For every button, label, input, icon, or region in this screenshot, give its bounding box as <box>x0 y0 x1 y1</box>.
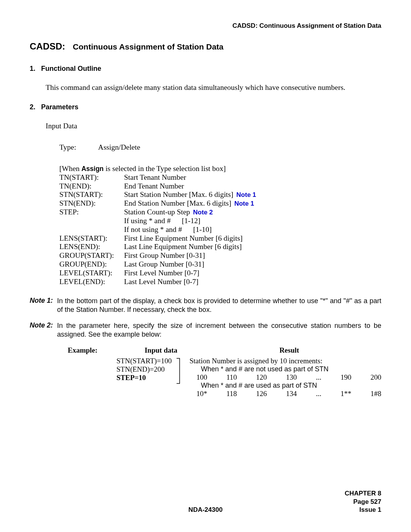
type-label: Type: <box>59 143 97 152</box>
main-title: CADSD: Continuous Assignment of Station … <box>30 41 381 52</box>
note-2-label: Note 2: <box>30 321 57 339</box>
footer-right: CHAPTER 8 Page 527 Issue 1 <box>345 489 381 514</box>
note-1-text: In the bottom part of the display, a che… <box>57 297 381 314</box>
param-desc: Last Line Equipment Number [6 digits] <box>124 243 381 251</box>
section-2-title: Parameters <box>41 103 78 111</box>
step-sub-2: If not using * and # [1-10] <box>124 225 381 234</box>
param-name: LENS(END): <box>59 243 124 251</box>
param-desc: First Level Number [0-7] <box>124 269 381 278</box>
param-row: STN(END): End Station Number [Max. 6 dig… <box>59 199 381 208</box>
param-desc-text: Start Station Number [Max. 6 digits] <box>124 190 233 198</box>
type-row: Type: Assign/Delete <box>59 143 381 152</box>
param-desc: Last Level Number [0-7] <box>124 278 381 286</box>
example-block: Example: Input data Result STN(START)=10… <box>68 346 381 398</box>
param-desc: End Station Number [Max. 6 digits]Note 1 <box>124 199 381 208</box>
example-result-seq2: 10* 118 126 134 ... 1** 1#8 <box>196 390 381 398</box>
assign-suffix: is selected in the Type selection list b… <box>104 165 226 173</box>
note-1: Note 1: In the bottom part of the displa… <box>30 297 381 314</box>
section-1-body: This command can assign/delete many stat… <box>46 83 381 92</box>
example-result-seq1: 100 110 120 130 ... 190 200 <box>196 373 381 382</box>
param-name: GROUP(END): <box>59 260 124 269</box>
title-desc: Continuous Assignment of Station Data <box>73 42 223 51</box>
example-input-1: STN(START)=100 <box>116 357 181 365</box>
param-name: STN(START): <box>59 190 124 199</box>
param-row: LENS(START): First Line Equipment Number… <box>59 234 381 243</box>
example-result-title: Station Number is assigned by 10 increme… <box>190 357 381 365</box>
note-2: Note 2: In the parameter here, specify t… <box>30 321 381 339</box>
param-desc: Station Count-up StepNote 2 <box>124 208 381 217</box>
param-row: STN(START): Start Station Number [Max. 6… <box>59 190 381 199</box>
bracket-icon <box>176 358 181 384</box>
example-columns: STN(START)=100 STN(END)=200 STEP=10 Stat… <box>68 357 381 398</box>
running-header: CADSD: Continuous Assignment of Station … <box>30 22 381 30</box>
param-desc: Last Group Number [0-31] <box>124 260 381 269</box>
param-desc: End Tenant Number <box>124 182 381 191</box>
title-code: CADSD: <box>30 41 65 51</box>
assign-condition-line: [When Assign is selected in the Type sel… <box>59 165 381 173</box>
example-result-case2: When * and # are used as part of STN <box>201 382 381 390</box>
param-name: LENS(START): <box>59 234 124 243</box>
param-name: STEP: <box>59 208 124 217</box>
section-1-heading: 1. Functional Outline <box>30 65 381 73</box>
param-desc: First Line Equipment Number [6 digits] <box>124 234 381 243</box>
example-result-col: Station Number is assigned by 10 increme… <box>190 357 381 398</box>
param-desc: Start Tenant Number <box>124 173 381 182</box>
param-row: LENS(END): Last Line Equipment Number [6… <box>59 243 381 251</box>
section-1-num: 1. <box>30 65 35 72</box>
param-row: TN(END): End Tenant Number <box>59 182 381 191</box>
param-row: STEP: Station Count-up StepNote 2 <box>59 208 381 217</box>
note-2-text: In the parameter here, specify the size … <box>57 321 381 339</box>
param-name: TN(START): <box>59 173 124 182</box>
footer-chapter: CHAPTER 8 <box>345 489 381 497</box>
param-name: GROUP(START): <box>59 251 124 260</box>
param-name: LEVEL(START): <box>59 269 124 278</box>
example-input-2: STN(END)=200 <box>116 365 181 374</box>
footer-issue: Issue 1 <box>345 506 381 514</box>
param-row: LEVEL(START): First Level Number [0-7] <box>59 269 381 278</box>
note-2-link[interactable]: Note 2 <box>193 209 213 216</box>
param-desc-text: End Tenant Number <box>124 182 184 190</box>
assign-bold-word: Assign <box>81 165 104 173</box>
example-header: Example: Input data Result <box>68 346 381 355</box>
assign-prefix: [When <box>59 165 81 173</box>
section-2-num: 2. <box>30 103 35 111</box>
example-input-3: STEP=10 <box>116 374 181 382</box>
example-result-case1: When * and # are not used as part of STN <box>201 365 381 373</box>
param-name: STN(END): <box>59 199 124 208</box>
example-label: Example: <box>68 346 125 355</box>
section-2-heading: 2. Parameters <box>30 103 381 111</box>
input-data-label: Input Data <box>46 122 381 130</box>
step-sub-1: If using * and # [1-12] <box>124 217 381 225</box>
param-name: TN(END): <box>59 182 124 191</box>
example-input-head: Input data <box>125 346 197 355</box>
section-1-title: Functional Outline <box>41 65 101 72</box>
param-desc: First Group Number [0-31] <box>124 251 381 260</box>
example-result-head: Result <box>197 346 381 355</box>
param-desc-text: End Station Number [Max. 6 digits] <box>124 199 231 207</box>
param-desc-text: Start Tenant Number <box>124 173 186 181</box>
note-1-link[interactable]: Note 1 <box>236 191 256 198</box>
param-row: GROUP(END): Last Group Number [0-31] <box>59 260 381 269</box>
param-desc-text: Station Count-up Step <box>124 208 190 216</box>
note-1-label: Note 1: <box>30 297 57 314</box>
param-name: LEVEL(END): <box>59 278 124 286</box>
footer-page: Page 527 <box>345 498 381 506</box>
page-footer: NDA-24300 CHAPTER 8 Page 527 Issue 1 <box>30 506 381 514</box>
params-block: [When Assign is selected in the Type sel… <box>59 165 381 286</box>
param-row: TN(START): Start Tenant Number <box>59 173 381 182</box>
type-value: Assign/Delete <box>98 143 140 151</box>
param-row: GROUP(START): First Group Number [0-31] <box>59 251 381 260</box>
footer-center: NDA-24300 <box>30 506 381 514</box>
param-desc: Start Station Number [Max. 6 digits]Note… <box>124 190 381 199</box>
param-row: LEVEL(END): Last Level Number [0-7] <box>59 278 381 286</box>
note-1-link[interactable]: Note 1 <box>234 200 254 207</box>
example-input-col: STN(START)=100 STN(END)=200 STEP=10 <box>116 357 181 398</box>
